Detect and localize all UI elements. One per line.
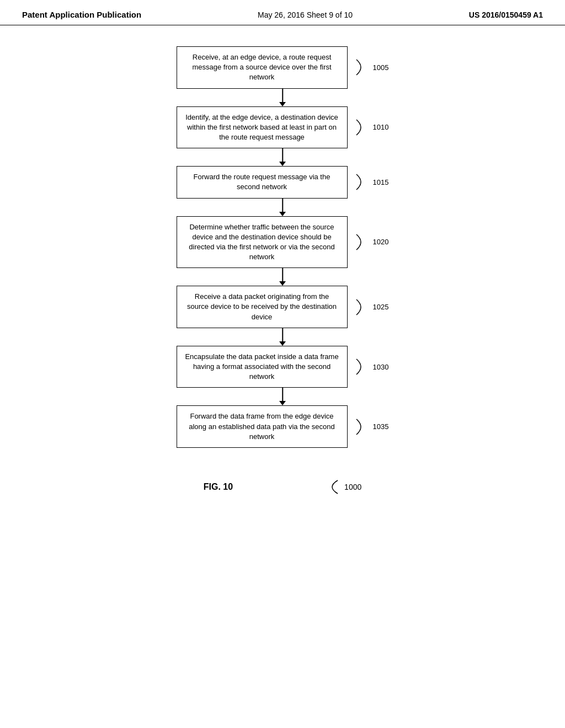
step-ref-step5: 1025	[373, 303, 389, 311]
flow-item-step6: Encapsulate the data packet inside a dat…	[177, 346, 389, 388]
arrow-down-1	[197, 148, 368, 166]
arrow-down-5	[197, 388, 368, 405]
bracket-icon	[352, 57, 370, 77]
bracket-icon	[352, 232, 370, 252]
flow-box-step6: Encapsulate the data packet inside a dat…	[177, 346, 348, 388]
flow-box-step1: Receive, at an edge device, a route requ…	[177, 46, 348, 89]
flow-box-step7: Forward the data frame from the edge dev…	[177, 405, 348, 448]
page-header: Patent Application Publication May 26, 2…	[0, 0, 565, 25]
flow-box-step4: Determine whether traffic between the so…	[177, 216, 348, 269]
bracket-icon	[352, 297, 370, 317]
step-ref-step6: 1030	[373, 363, 389, 371]
bracket-icon	[352, 117, 370, 137]
figure-label: FIG. 10	[204, 482, 233, 492]
arrow-down-2	[197, 199, 368, 216]
flow-item-step1: Receive, at an edge device, a route requ…	[177, 46, 389, 89]
step-ref-step4: 1020	[373, 238, 389, 246]
bracket-icon	[352, 357, 370, 377]
bracket-icon	[352, 417, 370, 437]
arrow-down-0	[197, 89, 368, 106]
flow-item-step7: Forward the data frame from the edge dev…	[177, 405, 389, 448]
sheet-info: May 26, 2016 Sheet 9 of 10	[258, 10, 353, 19]
figure-bracket-icon	[321, 478, 342, 496]
publication-label: Patent Application Publication	[22, 10, 141, 19]
step-ref-step2: 1010	[373, 123, 389, 131]
step-ref-step1: 1005	[373, 63, 389, 72]
arrow-down-4	[197, 328, 368, 346]
flow-item-step4: Determine whether traffic between the so…	[177, 216, 389, 269]
patent-number: US 2016/0150459 A1	[469, 10, 543, 19]
diagram-container: Receive, at an edge device, a route requ…	[0, 30, 565, 496]
flow-box-step2: Identify, at the edge device, a destinat…	[177, 106, 348, 149]
flow-box-step3: Forward the route request message via th…	[177, 166, 348, 198]
arrow-down-3	[197, 268, 368, 286]
flow-box-step5: Receive a data packet originating from t…	[177, 286, 348, 328]
step-ref-step3: 1015	[373, 178, 389, 186]
step-ref-step7: 1035	[373, 422, 389, 431]
flow-item-step2: Identify, at the edge device, a destinat…	[177, 106, 389, 149]
bracket-icon	[352, 172, 370, 192]
flow-item-step5: Receive a data packet originating from t…	[177, 286, 389, 328]
figure-section: FIG. 101000	[0, 478, 565, 496]
figure-ref: 1000	[344, 483, 361, 491]
flow-item-step3: Forward the route request message via th…	[177, 166, 389, 198]
